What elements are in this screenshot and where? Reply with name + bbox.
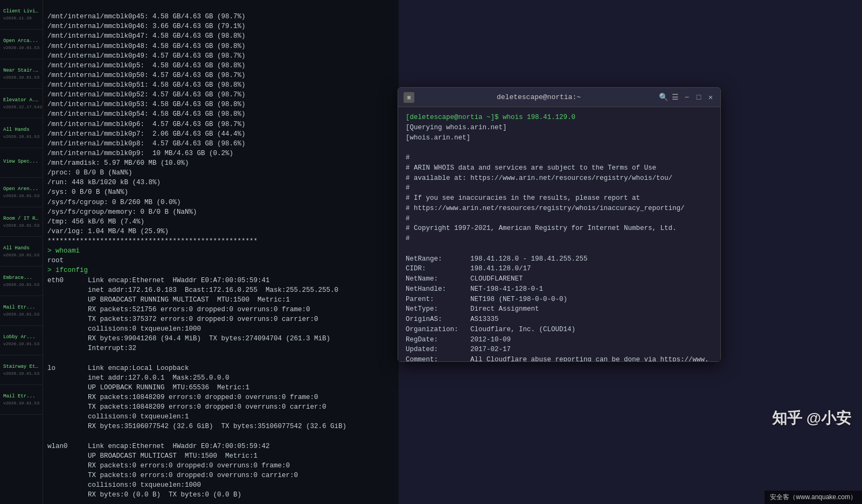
sidebar-item-2-title: Open Arca... xyxy=(3,38,39,45)
security-badge: 安全客（www.anquake.com） xyxy=(764,491,862,504)
sidebar-item-7-title: Open Aren... xyxy=(3,186,39,193)
sidebar: Client Living Env... v2020.11.20 Open Ar… xyxy=(0,0,43,504)
main-terminal[interactable]: /mnt/internal/mmcblk0p45: 4.58 GB/4.63 G… xyxy=(43,0,399,504)
float-terminal-window: ▣ deletescape@nortia:~ 🔍 ☰ − □ ✕ [delete… xyxy=(398,87,721,362)
sidebar-item-11[interactable]: Mail Etr... v2020.10.01.53 xyxy=(0,296,43,326)
sidebar-item-4[interactable]: Elevator A... v2020.12.17.542 xyxy=(0,89,43,118)
window-controls: 🔍 ☰ − □ ✕ xyxy=(659,93,715,102)
maximize-icon[interactable]: □ xyxy=(694,93,703,102)
sidebar-item-5-date: v2020.10.01.53 xyxy=(3,134,39,139)
sidebar-item-10-date: v2020.10.01.53 xyxy=(3,282,39,287)
sidebar-item-9[interactable]: All Hands v2020.10.01.53 xyxy=(0,237,43,267)
sidebar-item-4-date: v2020.12.17.542 xyxy=(3,104,39,109)
sidebar-item-3[interactable]: Near Stair... v2020.10.01.53 xyxy=(0,59,43,89)
minimize-icon[interactable]: − xyxy=(683,93,691,102)
sidebar-item-5-title: All Hands xyxy=(3,127,39,134)
menu-icon[interactable]: ☰ xyxy=(671,93,679,102)
sidebar-item-13-date: v2020.10.01.53 xyxy=(3,371,39,376)
sidebar-item-10-title: Embrace... xyxy=(3,275,39,282)
sidebar-item-8-date: v2020.10.01.53 xyxy=(3,223,39,228)
float-terminal-titlebar: ▣ deletescape@nortia:~ 🔍 ☰ − □ ✕ xyxy=(398,88,720,107)
sidebar-item-8-title: Room / IT Rec... xyxy=(3,216,39,222)
float-terminal-body[interactable]: [deletescape@nortia ~]$ whois 198.41.129… xyxy=(398,107,720,361)
sidebar-item-6-title: View Spec... xyxy=(3,159,39,165)
sidebar-item-14[interactable]: Mail Etr... v2020.10.01.53 xyxy=(0,385,43,415)
watermark: 知乎 @小安 xyxy=(772,408,851,429)
sidebar-item-13-title: Stairway Etr... xyxy=(3,364,39,370)
sidebar-item-13[interactable]: Stairway Etr... v2020.10.01.53 xyxy=(0,355,43,385)
sidebar-item-2-date: v2020.10.01.53 xyxy=(3,45,39,50)
sidebar-item-1[interactable]: Client Living Env... v2020.11.20 xyxy=(0,0,43,30)
sidebar-item-5[interactable]: All Hands v2020.10.01.53 xyxy=(0,118,43,148)
sidebar-item-3-title: Near Stair... xyxy=(3,68,39,74)
sidebar-item-6[interactable]: View Spec... xyxy=(0,148,43,178)
sidebar-item-1-title: Client Living Env... xyxy=(3,9,39,15)
sidebar-item-7-date: v2020.10.01.53 xyxy=(3,193,39,198)
sidebar-item-8[interactable]: Room / IT Rec... v2020.10.01.53 xyxy=(0,207,43,237)
sidebar-item-11-date: v2020.10.01.53 xyxy=(3,312,39,317)
sidebar-item-9-title: All Hands xyxy=(3,246,39,252)
close-icon[interactable]: ✕ xyxy=(706,93,715,102)
sidebar-item-11-title: Mail Etr... xyxy=(3,305,39,311)
float-terminal-title: deletescape@nortia:~ xyxy=(419,93,659,101)
sidebar-item-12-title: Lobby Ar... xyxy=(3,334,39,341)
sidebar-item-12[interactable]: Lobby Ar... v2020.10.01.53 xyxy=(0,326,43,355)
sidebar-item-3-date: v2020.10.01.53 xyxy=(3,75,39,80)
sidebar-item-12-date: v2020.10.01.53 xyxy=(3,341,39,346)
whois-output: [deletescape@nortia ~]$ whois 198.41.129… xyxy=(406,114,709,361)
sidebar-item-7[interactable]: Open Aren... v2020.10.01.53 xyxy=(0,178,43,207)
sidebar-item-10[interactable]: Embrace... v2020.10.01.53 xyxy=(0,267,43,296)
sidebar-item-2[interactable]: Open Arca... v2020.10.01.53 xyxy=(0,30,43,59)
sidebar-item-1-date: v2020.11.20 xyxy=(3,16,39,20)
terminal-output: /mnt/internal/mmcblk0p45: 4.58 GB/4.63 G… xyxy=(47,13,399,504)
sidebar-item-14-title: Mail Etr... xyxy=(3,394,39,400)
sidebar-item-9-date: v2020.10.01.53 xyxy=(3,253,39,257)
search-icon[interactable]: 🔍 xyxy=(659,93,668,102)
sidebar-item-4-title: Elevator A... xyxy=(3,97,39,104)
terminal-icon: ▣ xyxy=(404,92,414,103)
sidebar-item-14-date: v2020.10.01.53 xyxy=(3,401,39,405)
